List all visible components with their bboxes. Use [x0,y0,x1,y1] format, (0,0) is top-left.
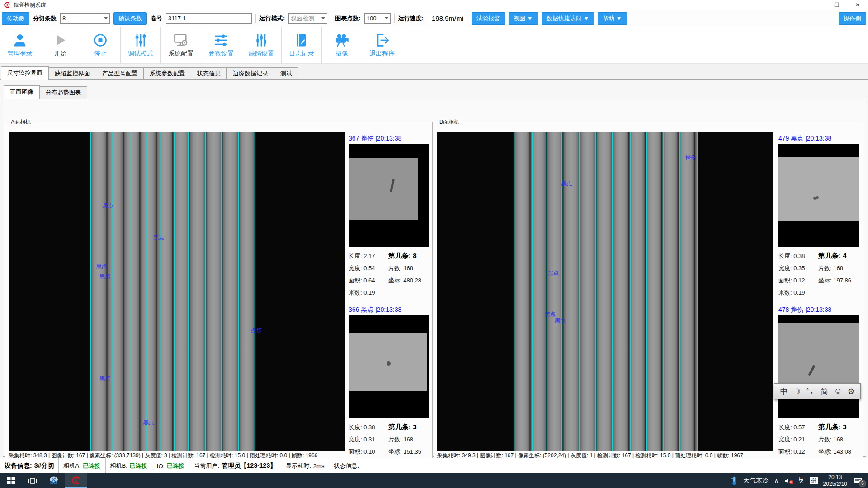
content-area: 正面图像 分布趋势图表 A面相机 黑点黑点黑点黑点挫伤黑点黑点 367 挫伤 |… [0,79,868,458]
defect-card[interactable]: 479 黑点 |20:13:38 长度: 0.38 第几条: 4 宽度: [778,134,860,299]
stat-label: 宽度: [778,436,792,443]
close-button[interactable]: ✕ [847,0,868,10]
current-user-value: 管理员【123-123】 [222,462,276,470]
defect-card[interactable]: 366 黑点 |20:13:38 长度: 0.38 第几条: 3 宽度: [349,305,430,470]
log-record-button[interactable]: 日志记录 [282,27,322,63]
run-mode-select[interactable]: 双面检测 [288,13,327,24]
stat-label: 第几条: [818,423,841,431]
help-menu-button[interactable]: 帮助 ▼ [598,12,627,25]
defect-header: 367 挫伤 |20:13:38 [349,134,430,144]
subtab-trend-chart[interactable]: 分布趋势图表 [39,86,87,99]
defect-image-region [349,158,418,220]
chevron-down-icon [104,17,108,19]
defect-overlay-label: 黑点 [103,202,113,210]
clear-alarm-button[interactable]: 清除报警 [472,12,505,25]
tab-status-info[interactable]: 状态信息 [191,67,227,80]
defect-thumbnail [349,315,429,418]
strip-boundary-line [630,132,631,451]
minimize-button[interactable]: — [806,0,826,10]
strip-boundary-line [514,132,514,451]
camera-b-panel-title: B面相机 [438,118,461,126]
snipping-tool-button[interactable] [43,473,65,488]
stat-value: 480.28 [403,277,421,284]
gear-icon[interactable]: ⚙ [848,387,854,396]
stat-label: 坐标: [818,448,832,455]
exit-icon [374,33,390,48]
start-button[interactable]: 开始 [40,27,80,63]
camera-a-image[interactable]: 黑点黑点黑点黑点挫伤黑点黑点 [9,132,345,451]
strip-boundary-line [205,132,206,451]
clock-time: 20:13 [823,474,847,481]
stop-button[interactable]: 停止 [80,27,121,63]
clock-date: 2025/2/10 [823,481,847,488]
language-indicator[interactable]: 英 [798,476,805,485]
start-button[interactable] [0,473,22,488]
camera-a-panel-title: A面相机 [9,118,33,126]
data-quick-access-button[interactable]: 数据快捷访问 ▼ [542,12,594,25]
defect-overlay-label: 黑点 [99,272,110,280]
run-mode-label: 运行模式: [259,14,285,23]
camera-b-image[interactable]: 挫伤黑点黑点黑点黑点 [437,132,773,451]
stat-value: 0.35 [793,265,805,272]
ime-mode-indicator[interactable]: 拼 [810,477,818,484]
view-menu-button[interactable]: 视图 ▼ [509,12,538,25]
tab-test[interactable]: 测试 [274,67,298,80]
system-config-button[interactable]: 系统配置 [161,27,201,63]
weather-status[interactable]: 天气寒冷 [743,477,769,485]
hidden-icons-chevron[interactable]: ∧ [774,477,778,484]
stat-value: 0.38 [793,253,805,259]
restore-button[interactable]: ❐ [826,0,847,10]
tab-size-monitor[interactable]: 尺寸监控界面 [1,66,49,80]
sliders-vertical-icon [253,33,269,48]
strip-count-select[interactable]: 8 [60,13,110,24]
defect-card[interactable]: 367 挫伤 |20:13:38 长度: 2.17 第几条: 8 宽度: [349,134,430,299]
debug-mode-button[interactable]: 调试模式 [121,27,161,63]
parameter-settings-button[interactable]: 参数设置 [201,27,241,63]
windows-logo-icon [7,477,15,484]
app-logo-icon [4,1,11,9]
action-center-button[interactable]: 6 [853,476,863,486]
drive-side-button[interactable]: 传动侧 [2,12,29,25]
camera-a-defect-column: 367 挫伤 |20:13:38 长度: 2.17 第几条: 8 宽度: [349,134,430,476]
strip-count-label: 分切条数 [33,14,57,23]
admin-login-button[interactable]: 管理登录 [0,27,40,63]
task-view-button[interactable] [22,473,43,488]
ime-simplified-button[interactable]: 简 [821,386,828,397]
stat-value: 0.12 [793,448,805,455]
chart-points-select[interactable]: 100 [364,13,391,24]
exit-program-button[interactable]: 退出程序 [362,27,402,63]
defect-overlay-label: 黑点 [153,234,164,242]
camera-capture-button[interactable]: 摄像 [322,27,362,63]
clock[interactable]: 20:13 2025/2/10 [823,474,847,488]
io-status-value: 已连接 [167,462,184,470]
stat-value: 8 [413,252,416,259]
moon-icon[interactable]: ☽ [793,387,800,396]
defect-stats: 长度: 2.17 第几条: 8 宽度: 0.54 片数: 168 面积: 0.6… [349,247,430,299]
tab-defect-monitor[interactable]: 缺陷监控界面 [48,67,96,80]
roll-number-label: 卷号 [151,14,162,23]
strip-boundary-line [112,132,113,451]
strip-band [514,132,697,451]
volume-muted-button[interactable]: ✕ [784,477,793,484]
defect-settings-button[interactable]: 缺陷设置 [241,27,282,63]
subtab-front-image[interactable]: 正面图像 [4,85,40,99]
operator-side-button[interactable]: 操作侧 [839,12,866,25]
strip-boundary-line [679,132,680,451]
confirm-strips-button[interactable]: 确认条数 [113,12,147,25]
emoji-icon[interactable]: ☺ [834,387,842,396]
tab-product-model-config[interactable]: 产品型号配置 [96,67,144,80]
ime-punctuation-button[interactable]: °， [806,387,815,395]
roll-number-input[interactable] [166,13,252,24]
ime-chinese-mode-button[interactable]: 中 [780,386,788,397]
user-icon [12,33,28,48]
defect-overlay-label: 挫伤 [685,154,696,162]
status-info-label: 状态信息: [334,462,359,470]
camera-b-defect-column: 479 黑点 |20:13:38 长度: 0.38 第几条: 4 宽度: [778,134,860,476]
tab-system-param-config[interactable]: 系统参数配置 [143,67,191,80]
defect-overlay-label: 黑点 [555,317,566,324]
vision-app-taskbar-button[interactable] [65,473,87,488]
stat-value: 0.54 [363,265,375,272]
defect-header: 479 黑点 |20:13:38 [778,134,860,144]
strip-boundary-line [160,132,160,451]
tab-edge-data-record[interactable]: 边缘数据记录 [226,67,274,80]
